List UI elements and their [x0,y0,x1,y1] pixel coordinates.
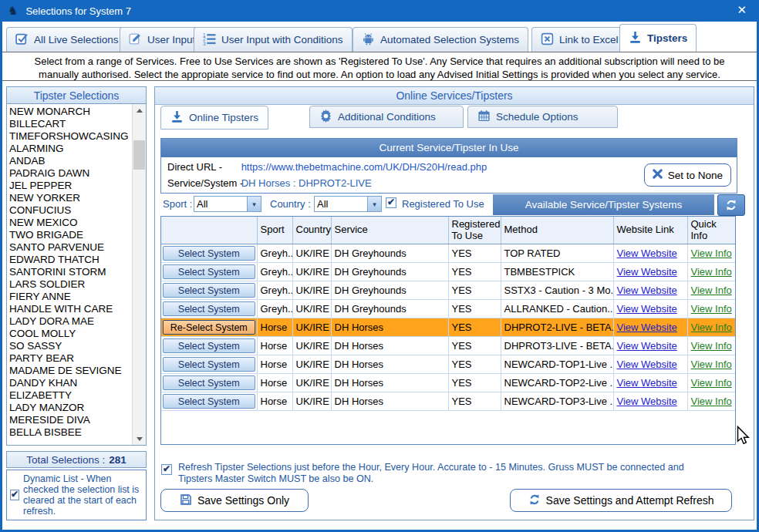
list-item[interactable]: PARTY BEAR [9,352,132,365]
view-info-link[interactable]: View Info [691,396,732,407]
view-website-link[interactable]: View Website [617,322,677,333]
col-service: Service [331,217,448,244]
dynamic-list-checkbox[interactable]: ✔ [10,490,19,500]
view-info-link[interactable]: View Info [691,303,732,315]
select-system-button[interactable]: Select System [163,338,255,353]
tab-link-to-excel[interactable]: Link to Excel [531,27,628,52]
list-item[interactable]: LADY DORA MAE [9,315,132,328]
select-system-button[interactable]: Select System [163,283,255,298]
registered-to-use-checkbox[interactable]: ✔ [386,197,396,208]
select-system-button[interactable]: Select System [163,357,255,372]
list-item[interactable]: TWO BRIGADE [9,229,132,241]
save-settings-only-button[interactable]: Save Settings Only [160,489,309,512]
list-item[interactable]: HANDLE WITH CARE [9,303,132,315]
sport-select[interactable]: All ▾ [194,196,261,212]
select-system-button[interactable]: Select System [163,394,255,409]
tab-all-live-selections[interactable]: All Live Selections [6,27,128,52]
list-item[interactable]: BILLECART [9,118,132,130]
view-website-link[interactable]: View Website [617,340,677,352]
select-system-button[interactable]: Select System [163,246,255,261]
list-item[interactable]: LARS SOLDIER [9,278,132,291]
tab-user-input[interactable]: User Input [120,27,204,52]
list-item[interactable]: ALARMING [9,143,132,155]
sport-cell: Greyh... [257,300,292,318]
tab-label: User Input [147,34,195,45]
view-website-link[interactable]: View Website [617,396,677,407]
view-info-link[interactable]: View Info [691,247,732,259]
list-item[interactable]: MERESIDE DIVA [9,414,132,426]
horse-icon: ♞ [8,4,18,18]
chevron-down-icon[interactable]: ▾ [367,197,381,211]
view-website-link[interactable]: View Website [617,285,677,296]
list-item[interactable]: BELLA BISBEE [9,426,132,439]
scrollbar-thumb[interactable] [133,140,145,170]
chevron-down-icon[interactable]: ▾ [247,197,261,211]
refresh-note-checkbox[interactable]: ✔ [161,464,172,475]
service-system-label: Service/System - [167,177,238,189]
list-item[interactable]: SO SASSY [9,340,132,352]
list-item[interactable]: NEW YORKER [9,192,132,204]
set-to-none-button[interactable]: Set to None [644,163,731,187]
list-scrollbar[interactable] [132,104,146,445]
view-info-link[interactable]: View Info [691,340,732,352]
list-item[interactable]: SANTORINI STORM [9,266,132,278]
sport-cell: Greyh... [257,263,292,281]
list-item[interactable]: SANTO PARVENUE [9,241,132,254]
country-cell: UK/IRE [292,355,331,374]
list-item[interactable]: LADY MANZOR [9,402,132,414]
list-item[interactable]: DANDY KHAN [9,377,132,389]
select-system-button[interactable]: Select System [163,301,255,316]
list-item[interactable]: FIERY ANNE [9,291,132,303]
view-website-link[interactable]: View Website [617,247,677,259]
select-system-button[interactable]: Select System [163,375,255,390]
table-row: Select SystemHorseUK/IREDH HorsesYESNEWC… [161,374,735,392]
select-system-button[interactable]: Re-Select System [163,320,255,335]
close-button[interactable]: ✕ [737,3,747,17]
scroll-up-button[interactable] [133,104,146,116]
window-title: Selections for System 7 [25,5,131,17]
save-icon [180,493,192,508]
subtab-additional-conditions[interactable]: Additional Conditions [309,106,464,128]
table-row: Re-Select SystemHorseUK/IREDH HorsesYESD… [161,318,735,337]
view-info-link[interactable]: View Info [691,322,732,333]
list-item[interactable]: COOL MOLLY [9,328,132,340]
list-item[interactable]: TIMEFORSHOWCASING [9,130,132,143]
view-info-link[interactable]: View Info [691,359,732,370]
tab-label: All Live Selections [34,34,119,45]
view-website-link[interactable]: View Website [617,303,677,315]
direct-url-link[interactable]: https://www.thebetmachine.com/UK/DH/S20H… [241,161,487,173]
subtab-online-tipsters[interactable]: Online Tipsters [160,106,268,130]
method-cell: NEWCARD-TOP2-Live ... [501,374,613,392]
list-item[interactable]: EDWARD THATCH [9,254,132,266]
view-info-link[interactable]: View Info [691,266,732,278]
service-system-value: DH Horses : DHPROT2-LIVE [241,177,372,189]
titlebar: ♞ Selections for System 7 ✕ [0,0,759,22]
tab-automated-selection-systems[interactable]: Automated Selection Systems [353,27,528,52]
list-item[interactable]: JEL PEPPER [9,180,132,192]
table-row: Select SystemGreyh...UK/IREDH Greyhounds… [161,263,735,281]
view-website-link[interactable]: View Website [617,266,677,278]
view-website-link[interactable]: View Website [617,359,677,370]
subtab-schedule-options[interactable]: Schedule Options [467,106,618,128]
save-and-refresh-button[interactable]: Save Settings and Attempt Refresh [510,489,732,512]
view-website-link[interactable]: View Website [617,377,677,389]
view-info-link[interactable]: View Info [691,377,732,389]
tab-tipsters[interactable]: Tipsters [619,24,697,52]
tab-user-input-with-conditions[interactable]: 123 User Input with Conditions [194,27,353,52]
list-item[interactable]: CONFUCIUS [9,204,132,217]
download-icon [170,110,184,126]
list-item[interactable]: ANDAB [9,155,132,167]
refresh-note-row: ✔ Refresh Tipster Selections just before… [161,462,732,485]
list-item[interactable]: NEW MEXICO [9,217,132,229]
refresh-list-button[interactable] [717,194,745,216]
scroll-down-button[interactable] [133,433,146,445]
view-info-link[interactable]: View Info [691,285,732,296]
list-item[interactable]: NEW MONARCH [9,106,132,118]
country-select[interactable]: All ▾ [314,196,382,212]
list-item[interactable]: MADAME DE SEVIGNE [9,365,132,377]
registered-cell: YES [448,244,501,263]
select-system-button[interactable]: Select System [163,264,255,279]
registered-to-use-label: Registered To Use [402,198,484,210]
list-item[interactable]: PADRAIG DAWN [9,167,132,180]
list-item[interactable]: ELIZABETTY [9,389,132,402]
